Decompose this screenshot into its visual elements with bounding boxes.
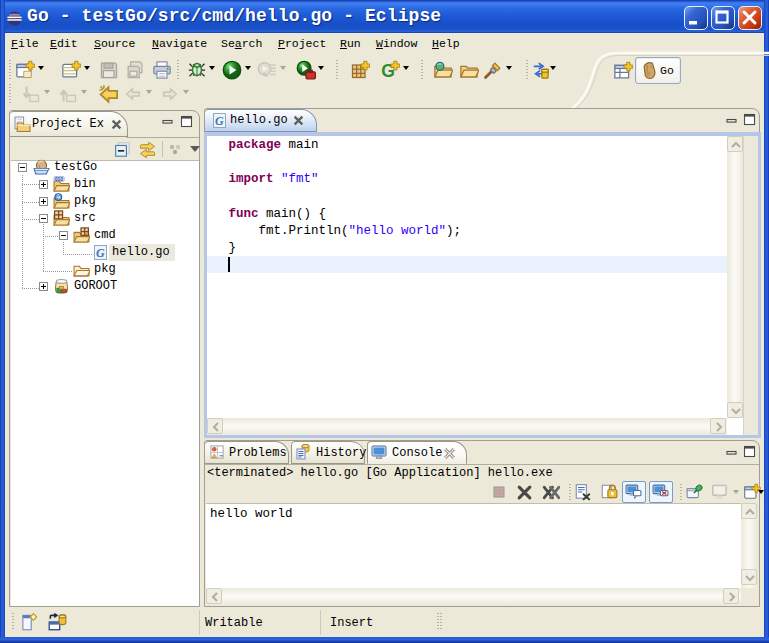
svg-text:010: 010 xyxy=(55,177,63,182)
svg-text:G: G xyxy=(215,114,224,128)
svg-text:G: G xyxy=(96,246,105,260)
